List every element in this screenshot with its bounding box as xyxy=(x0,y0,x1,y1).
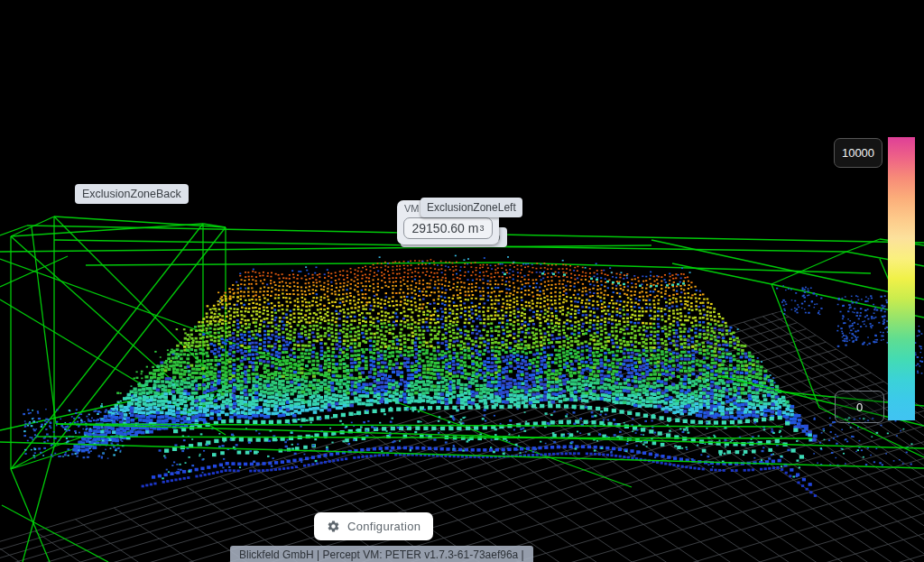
height-colorbar xyxy=(888,137,915,420)
vm-volume-exponent: 3 xyxy=(479,224,484,233)
zone-label-left: ExclusionZoneLeft xyxy=(420,198,522,217)
vm-volume-number: 29150.60 m xyxy=(412,221,479,235)
vm-panel-title: VM xyxy=(404,203,420,214)
pointcloud-viewport[interactable] xyxy=(0,0,924,562)
zone-label-back: ExclusionZoneBack xyxy=(75,184,189,204)
configuration-button[interactable]: Configuration xyxy=(314,512,433,540)
colorbar-max-label: 10000 xyxy=(834,138,882,168)
vm-volume-value: 29150.60 m3 xyxy=(403,217,493,239)
colorbar-min-label: 0 xyxy=(835,391,884,423)
footer-version-bar: Blickfeld GmbH | Percept VM: PETER v1.7.… xyxy=(230,546,533,562)
gear-icon xyxy=(327,520,340,533)
configuration-button-label: Configuration xyxy=(347,520,420,533)
percept-app: ExclusionZoneTop ExclusionZoneBack VM 29… xyxy=(0,0,924,562)
